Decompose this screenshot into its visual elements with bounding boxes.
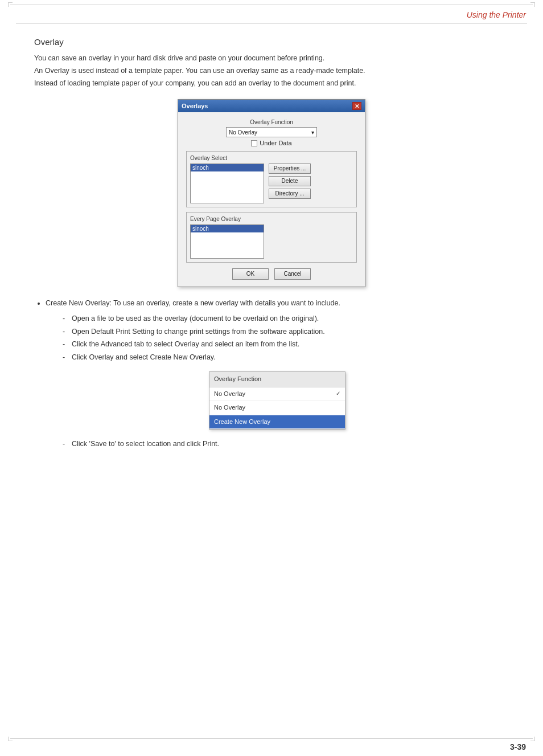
para-2: An Overlay is used instead of a template… — [34, 65, 509, 76]
page-border-top — [10, 5, 533, 5]
bullet-item-main: Create New Overlay: To use an overlay, c… — [46, 297, 509, 451]
dash-item-2: Click the Advanced tab to select Overlay… — [63, 338, 509, 351]
page-number: 3-39 — [510, 742, 526, 751]
dash-item-1: Open Default Print Setting to change pri… — [63, 325, 509, 338]
ds-row-2-label: No Overlay — [214, 403, 245, 413]
ds-row-3-label: Create New Overlay — [214, 417, 270, 427]
bullet-main-text: Create New Overlay: To use an overlay, c… — [46, 299, 340, 307]
page-header: Using the Printer — [0, 0, 543, 23]
overlay-select-columns: sinoch Properties ... Delete Directory .… — [190, 164, 353, 203]
properties-button[interactable]: Properties ... — [269, 164, 311, 174]
overlay-select-label: Overlay Select — [190, 155, 353, 161]
header-title: Using the Printer — [467, 10, 526, 19]
dialog-close-button[interactable]: ✕ — [352, 102, 361, 110]
para-3: Instead of loading template paper of you… — [34, 77, 509, 89]
dash-item-0: Open a file to be used as the overlay (d… — [63, 312, 509, 325]
dropdown-arrow-icon: ▾ — [311, 129, 314, 136]
ds-header: Overlay Function — [209, 372, 345, 387]
page-footer: 3-39 — [510, 742, 526, 751]
every-page-list[interactable]: sinoch — [190, 224, 264, 259]
page-border-bottom — [10, 738, 533, 739]
directory-button[interactable]: Directory ... — [269, 189, 311, 199]
dash-item-4: Click 'Save to' to select location and c… — [63, 438, 509, 451]
cancel-button[interactable]: Cancel — [274, 268, 311, 280]
ds-row-1: No Overlay ✓ — [209, 387, 345, 402]
main-content: Overlay You can save an overlay in your … — [0, 23, 543, 465]
under-data-label: Under Data — [260, 140, 291, 146]
overlay-action-buttons: Properties ... Delete Directory ... — [269, 164, 311, 203]
overlay-function-dropdown[interactable]: No Overlay ▾ — [226, 127, 317, 137]
dialog-body: Overlay Function No Overlay ▾ Under Data — [178, 112, 365, 287]
corner-mark-br — [530, 737, 535, 741]
overlay-list-item[interactable]: sinoch — [191, 164, 264, 171]
dropdown-screenshot-wrapper: Overlay Function No Overlay ✓ No Overlay… — [46, 371, 509, 430]
dash-list-2: Click 'Save to' to select location and c… — [63, 438, 509, 451]
ds-row-1-label: No Overlay — [214, 389, 245, 399]
overlays-dialog: Overlays ✕ Overlay Function No Overlay ▾ — [178, 99, 365, 287]
dialog-bottom-buttons: OK Cancel — [186, 268, 357, 280]
dropdown-screenshot: Overlay Function No Overlay ✓ No Overlay… — [209, 371, 345, 430]
ok-button[interactable]: OK — [232, 268, 269, 280]
ds-checkmark-icon: ✓ — [336, 389, 340, 398]
every-page-label: Every Page Overlay — [190, 216, 353, 222]
para-1: You can save an overlay in your hard dis… — [34, 52, 509, 64]
dialog-titlebar: Overlays ✕ — [178, 100, 365, 112]
dropdown-value: No Overlay — [229, 129, 257, 136]
section-title: Overlay — [34, 37, 509, 47]
dialog-screenshot-wrapper: Overlays ✕ Overlay Function No Overlay ▾ — [34, 99, 509, 287]
corner-mark-bl — [8, 737, 13, 741]
under-data-checkbox[interactable] — [251, 140, 257, 146]
overlay-select-list[interactable]: sinoch — [190, 164, 264, 203]
dash-list: Open a file to be used as the overlay (d… — [63, 312, 509, 363]
ds-row-3: Create New Overlay — [209, 415, 345, 430]
ds-row-2: No Overlay — [209, 401, 345, 415]
dialog-title: Overlays — [182, 103, 208, 109]
delete-button[interactable]: Delete — [269, 176, 311, 186]
dash-item-3: Click Overlay and select Create New Over… — [63, 351, 509, 364]
every-page-section: Every Page Overlay sinoch — [186, 212, 357, 263]
every-page-list-item[interactable]: sinoch — [191, 225, 264, 232]
bullet-list: Create New Overlay: To use an overlay, c… — [46, 297, 509, 451]
overlay-select-section: Overlay Select sinoch Properties ... Del… — [186, 151, 357, 207]
overlay-function-label: Overlay Function — [186, 119, 357, 125]
